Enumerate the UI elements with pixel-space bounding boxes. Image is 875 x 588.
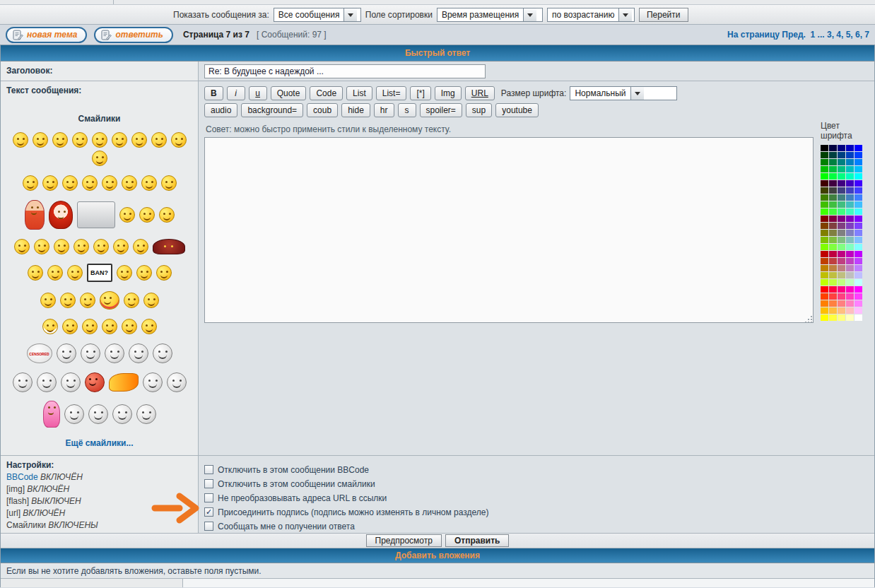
smiley-icon[interactable] [80,293,95,308]
smiley-icon[interactable] [47,265,63,281]
color-swatch[interactable] [846,208,854,215]
color-swatch[interactable] [838,293,845,300]
smiley-icon[interactable] [136,404,156,424]
color-swatch[interactable] [829,201,837,208]
option-checkbox-row[interactable]: ✓Не преобразовывать адреса URL в ссылки [204,492,869,504]
color-swatch[interactable] [821,293,828,300]
smiley-icon[interactable] [13,132,28,148]
color-swatch[interactable] [855,279,862,286]
message-textarea[interactable] [204,137,814,323]
color-swatch[interactable] [846,307,854,314]
color-swatch[interactable] [821,159,828,165]
color-swatch[interactable] [829,187,837,194]
color-swatch[interactable] [838,216,845,222]
color-swatch[interactable] [846,180,854,187]
smiley-icon[interactable] [74,239,89,254]
sort-order-select[interactable]: по возрастанию [547,8,635,22]
bbcode-status-link[interactable]: BBCode [6,472,38,482]
preview-button[interactable]: Предпросмотр [366,534,442,547]
color-swatch[interactable] [821,279,828,286]
color-swatch[interactable] [838,180,845,187]
color-swatch[interactable] [821,201,828,208]
color-swatch[interactable] [855,307,862,314]
smiley-icon[interactable] [92,132,107,148]
smiley-icon[interactable] [122,175,137,191]
bbcode-img-button[interactable]: Img [435,86,462,100]
color-swatch[interactable] [838,223,845,229]
angel-smiley-icon[interactable] [42,319,58,334]
option-checkbox-row[interactable]: ✓Присоединить подпись (подпись можно изм… [204,506,869,518]
color-swatch[interactable] [838,300,845,307]
smiley-icon[interactable] [61,372,81,392]
color-swatch[interactable] [855,237,862,243]
color-swatch[interactable] [855,173,862,180]
smiley-icon[interactable] [42,175,58,191]
color-swatch[interactable] [829,173,837,180]
color-swatch[interactable] [829,180,837,187]
color-swatch[interactable] [855,223,862,229]
smiley-icon[interactable] [52,132,68,148]
option-checkbox-row[interactable]: ✓Сообщать мне о получении ответа [204,520,869,532]
color-swatch[interactable] [821,244,828,250]
smiley-icon[interactable] [81,343,100,363]
color-swatch[interactable] [821,216,828,222]
color-swatch[interactable] [846,314,854,321]
bbcode-code-button[interactable]: Code [310,86,343,100]
color-swatch[interactable] [855,152,862,158]
color-swatch[interactable] [821,208,828,215]
smiley-icon[interactable] [88,404,108,424]
color-swatch[interactable] [855,187,862,194]
smiley-icon[interactable] [82,319,98,334]
color-swatch[interactable] [846,194,854,201]
color-swatch[interactable] [829,159,837,165]
smiley-icon[interactable] [40,293,56,308]
color-swatch[interactable] [855,201,862,208]
bbcode-hide-button[interactable]: hide [341,103,370,117]
color-swatch[interactable] [821,286,828,293]
color-swatch[interactable] [821,230,828,236]
checkbox[interactable]: ✓ [204,479,213,488]
bbcode-list-button[interactable]: List= [376,86,407,100]
redhair-smiley-icon[interactable] [49,201,73,229]
color-swatch[interactable] [829,166,837,172]
smiley-icon[interactable] [23,175,38,191]
smiley-icon[interactable] [161,175,177,191]
color-swatch[interactable] [821,152,828,158]
send-button[interactable]: Отправить [445,534,509,547]
color-swatch[interactable] [855,300,862,307]
color-swatch[interactable] [846,286,854,293]
color-swatch[interactable] [846,166,854,172]
smiley-icon[interactable] [171,132,187,148]
color-swatch[interactable] [821,272,828,278]
color-swatch[interactable] [829,216,837,222]
color-swatch[interactable] [855,230,862,236]
color-swatch[interactable] [838,286,845,293]
smiley-icon[interactable] [14,239,30,254]
bbcode-u-button[interactable]: u [249,86,267,100]
smiley-icon[interactable] [64,404,84,424]
color-swatch[interactable] [821,187,828,194]
color-swatch[interactable] [855,159,862,165]
ban-smiley-icon[interactable]: BAN? [87,264,112,282]
color-swatch[interactable] [855,180,862,187]
color-swatch[interactable] [855,194,862,201]
bat-smiley-icon[interactable] [153,239,185,254]
color-swatch[interactable] [846,279,854,286]
color-swatch[interactable] [846,201,854,208]
smiley-icon[interactable] [102,319,117,334]
smiley-icon[interactable] [72,132,88,148]
flame-smiley-icon[interactable] [109,373,139,392]
color-swatch[interactable] [855,166,862,172]
color-swatch[interactable] [829,244,837,250]
color-swatch[interactable] [838,279,845,286]
smiley-icon[interactable] [105,343,124,363]
color-swatch[interactable] [838,201,845,208]
color-swatch[interactable] [855,258,862,264]
smiley-icon[interactable] [167,372,187,392]
checkbox[interactable]: ✓ [204,522,213,531]
color-swatch[interactable] [855,208,862,215]
color-swatch[interactable] [846,216,854,222]
go-button[interactable]: Перейти [639,8,688,22]
color-swatch[interactable] [855,272,862,278]
color-swatch[interactable] [846,293,854,300]
